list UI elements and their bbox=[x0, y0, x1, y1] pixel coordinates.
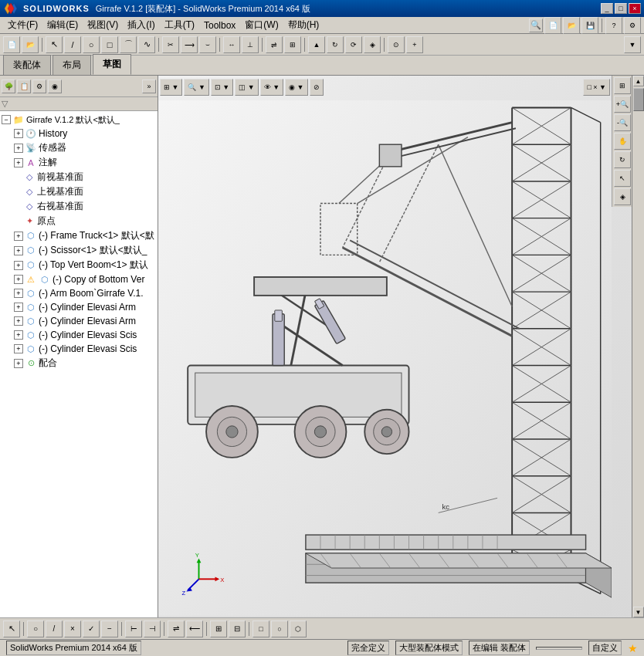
minus-btn[interactable]: − bbox=[101, 620, 118, 637]
frame-truck-expand[interactable]: + bbox=[14, 232, 23, 241]
poly-sk-btn[interactable]: ⬡ bbox=[290, 620, 307, 637]
arc-tool[interactable]: ⌒ bbox=[120, 36, 137, 53]
top-vert-boom-expand[interactable]: + bbox=[14, 261, 23, 270]
tree-front-plane[interactable]: ◇ 前视基准面 bbox=[2, 170, 156, 184]
viewport-scrollbar-vertical[interactable]: ▲ ▼ bbox=[632, 76, 644, 617]
search-button[interactable]: 🔍 bbox=[529, 19, 543, 32]
scroll-down-arrow[interactable]: ▼ bbox=[633, 607, 644, 617]
tree-cyl-elevasi-scis2[interactable]: + ⬡ (-) Cylinder Elevasi Scis bbox=[2, 342, 156, 356]
help-button[interactable]: ? bbox=[605, 17, 622, 34]
zoom-out-btn[interactable]: -🔍 bbox=[614, 114, 631, 131]
menu-view[interactable]: 视图(V) bbox=[83, 17, 123, 33]
cad-model-area[interactable]: kc Y X Z bbox=[158, 76, 612, 617]
menu-window[interactable]: 窗口(W) bbox=[240, 17, 283, 33]
mirror-sk-btn[interactable]: ⇌ bbox=[168, 620, 185, 637]
rect-tool[interactable]: □ bbox=[101, 36, 118, 53]
3d-viewport[interactable]: ⊞ ▼ 🔍 ▼ ⊡ ▼ ◫ ▼ 👁 ▼ ◉ ▼ ⊘ □ × ▼ bbox=[158, 76, 644, 617]
custom-status[interactable]: 自定义 bbox=[588, 641, 622, 655]
copy-bottom-expand[interactable]: + bbox=[14, 275, 23, 284]
sensors-expand[interactable]: + bbox=[14, 144, 23, 153]
feature-manager-tab[interactable]: 🌳 bbox=[2, 79, 15, 93]
minimize-button[interactable]: _ bbox=[601, 3, 613, 14]
pan-btn[interactable]: ✋ bbox=[614, 133, 631, 150]
loft-tool[interactable]: ◈ bbox=[364, 36, 381, 53]
select-btn[interactable]: ↖ bbox=[614, 170, 631, 187]
tree-annotations[interactable]: + A 注解 bbox=[2, 155, 156, 170]
pattern-tool[interactable]: ⊞ bbox=[284, 36, 301, 53]
rotate-btn[interactable]: ↻ bbox=[614, 151, 631, 168]
line-tool[interactable]: / bbox=[64, 36, 81, 53]
zoom-fit-btn[interactable]: ⊞ bbox=[614, 77, 631, 94]
cyl-arm2-expand[interactable]: + bbox=[14, 316, 23, 326]
insert-comp-tool[interactable]: + bbox=[406, 36, 423, 53]
circle-sketch-btn[interactable]: ○ bbox=[27, 620, 44, 637]
tree-mates[interactable]: + ⊙ 配合 bbox=[2, 356, 156, 370]
line-sketch-btn[interactable]: / bbox=[46, 620, 63, 637]
rect-sk-btn[interactable]: □ bbox=[253, 620, 269, 637]
open-doc-button[interactable]: 📂 bbox=[22, 36, 39, 53]
close-button[interactable]: × bbox=[629, 3, 641, 14]
mates-expand[interactable]: + bbox=[14, 359, 23, 368]
open-button[interactable]: 📂 bbox=[563, 17, 580, 34]
new-doc-button[interactable]: 📄 bbox=[3, 36, 20, 53]
tree-right-plane[interactable]: ◇ 右视基准面 bbox=[2, 199, 156, 214]
property-manager-tab[interactable]: 📋 bbox=[17, 79, 31, 93]
circle-sk2-btn[interactable]: ○ bbox=[271, 620, 288, 637]
sweep-tool[interactable]: ⟳ bbox=[345, 36, 362, 53]
x-mark-btn[interactable]: × bbox=[64, 620, 81, 637]
spline-tool[interactable]: ∿ bbox=[138, 36, 155, 53]
dimension-tool[interactable]: ↔ bbox=[223, 36, 240, 53]
tree-origin[interactable]: ✦ 原点 bbox=[2, 214, 156, 228]
scroll-thumb-vertical[interactable] bbox=[633, 88, 644, 111]
save-button[interactable]: 💾 bbox=[581, 17, 598, 34]
relation-tool[interactable]: ⊥ bbox=[242, 36, 259, 53]
history-expand[interactable]: + bbox=[14, 129, 23, 138]
view-options-button[interactable]: ▼ bbox=[624, 36, 641, 53]
cyl-scis2-expand[interactable]: + bbox=[14, 344, 23, 353]
fillet-tool[interactable]: ⌣ bbox=[199, 36, 216, 53]
tree-history[interactable]: + 🕐 History bbox=[2, 127, 156, 140]
grid-btn[interactable]: ⊞ bbox=[210, 620, 227, 637]
tree-frame-truck[interactable]: + ⬡ (-) Frame Truck<1> 默认<默 bbox=[2, 228, 156, 243]
flyout-button[interactable]: » bbox=[142, 79, 156, 93]
tree-scissor[interactable]: + ⬡ (-) Scissor<1> 默认<默认_ bbox=[2, 243, 156, 258]
tree-arm-boom[interactable]: + ⬡ (-) Arm Boom`Girrafe V.1. bbox=[2, 286, 156, 300]
dim-manager-tab[interactable]: ◉ bbox=[48, 79, 62, 93]
maximize-button[interactable]: □ bbox=[615, 3, 627, 14]
options-button[interactable]: ⚙ bbox=[624, 17, 641, 34]
tree-top-plane[interactable]: ◇ 上视基准面 bbox=[2, 184, 156, 199]
annotations-expand[interactable]: + bbox=[14, 158, 23, 167]
new-button[interactable]: 📄 bbox=[544, 17, 561, 34]
arm-boom-expand[interactable]: + bbox=[14, 289, 23, 298]
snap-toggle-btn[interactable]: ⊟ bbox=[229, 620, 246, 637]
mirror-tool[interactable]: ⇌ bbox=[266, 36, 283, 53]
mate-tool[interactable]: ⊙ bbox=[388, 36, 405, 53]
circle-tool[interactable]: ○ bbox=[83, 36, 100, 53]
tree-cyl-elevasi-arm2[interactable]: + ⬡ (-) Cylinder Elevasi Arm bbox=[2, 314, 156, 328]
zoom-in-btn[interactable]: +🔍 bbox=[614, 96, 631, 113]
root-expand[interactable]: − bbox=[2, 115, 11, 124]
tree-top-vert-boom[interactable]: + ⬡ (-) Top Vert Boom<1> 默认 bbox=[2, 258, 156, 272]
tree-root[interactable]: − 📁 Girrafe V.1.2 默认<默认_ bbox=[2, 113, 156, 127]
tree-cyl-elevasi-scis1[interactable]: + ⬡ (-) Cylinder Elevasi Scis bbox=[2, 328, 156, 342]
cyl-arm1-expand[interactable]: + bbox=[14, 303, 23, 312]
menu-edit[interactable]: 编辑(E) bbox=[42, 17, 83, 33]
tree-sensors[interactable]: + 📡 传感器 bbox=[2, 140, 156, 155]
cyl-scis1-expand[interactable]: + bbox=[14, 330, 23, 340]
tab-sketch[interactable]: 草图 bbox=[93, 54, 131, 75]
pointer-tool-btn[interactable]: ↖ bbox=[3, 620, 20, 637]
scroll-up-arrow[interactable]: ▲ bbox=[633, 76, 644, 86]
appearance-btn[interactable]: ◈ bbox=[614, 188, 631, 205]
tree-cyl-elevasi-arm1[interactable]: + ⬡ (-) Cylinder Elevasi Arm bbox=[2, 300, 156, 314]
arrow-tool[interactable]: ↖ bbox=[46, 36, 63, 53]
extrude-tool[interactable]: ▲ bbox=[308, 36, 325, 53]
menu-file[interactable]: 文件(F) bbox=[3, 17, 42, 33]
tab-assembly[interactable]: 装配体 bbox=[3, 55, 51, 75]
check-btn[interactable]: ✓ bbox=[83, 620, 100, 637]
trim-tool[interactable]: ✂ bbox=[162, 36, 179, 53]
menu-help[interactable]: 帮助(H) bbox=[283, 17, 324, 33]
config-manager-tab[interactable]: ⚙ bbox=[32, 79, 46, 93]
tab-layout[interactable]: 布局 bbox=[53, 55, 91, 75]
menu-toolbox[interactable]: Toolbox bbox=[199, 19, 240, 32]
menu-insert[interactable]: 插入(I) bbox=[123, 17, 159, 33]
